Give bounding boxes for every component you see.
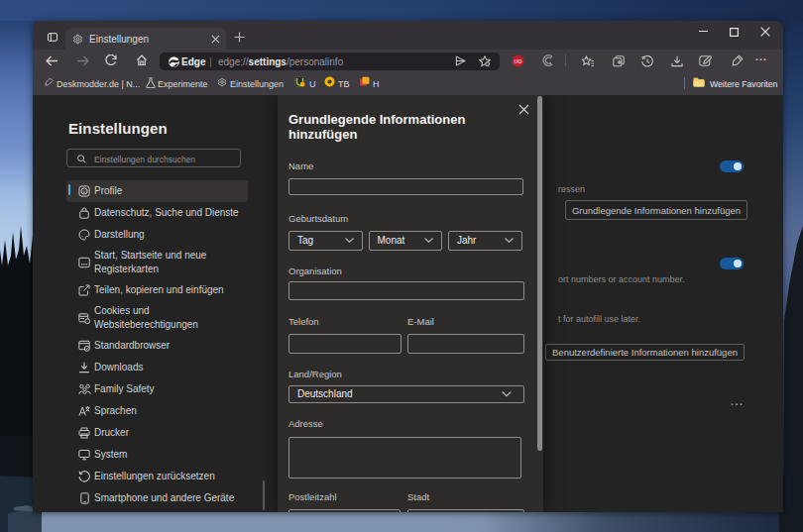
svg-text:UO: UO [514,58,522,64]
